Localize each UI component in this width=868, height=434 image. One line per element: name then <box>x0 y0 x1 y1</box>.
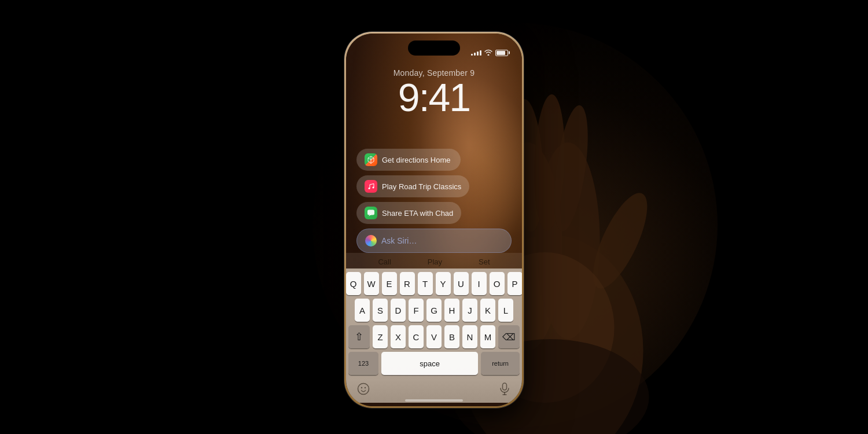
signal-bars-icon <box>471 50 481 56</box>
key-n[interactable]: N <box>462 325 477 348</box>
svg-point-5 <box>532 94 567 231</box>
key-k[interactable]: K <box>480 299 495 322</box>
siri-input-bar[interactable]: Ask Siri… <box>356 229 512 253</box>
key-h[interactable]: H <box>444 299 459 322</box>
key-f[interactable]: F <box>409 299 424 322</box>
key-shift[interactable]: ⇧ <box>348 325 370 348</box>
phone-wrapper: Monday, September 9 9:41 Get directions … <box>344 32 524 408</box>
key-o[interactable]: O <box>490 272 505 295</box>
siri-placeholder-text: Ask Siri… <box>381 236 503 245</box>
key-c[interactable]: C <box>409 325 424 348</box>
svg-point-15 <box>365 387 366 388</box>
suggestion-eta-text: Share ETA with Chad <box>382 209 453 218</box>
key-p[interactable]: P <box>507 272 523 295</box>
key-return[interactable]: return <box>481 352 520 375</box>
svg-point-6 <box>548 104 594 234</box>
key-b[interactable]: B <box>444 325 459 348</box>
scene: Monday, September 9 9:41 Get directions … <box>0 0 868 434</box>
emoji-icon[interactable] <box>353 378 374 399</box>
mic-icon[interactable] <box>494 378 515 399</box>
key-s[interactable]: S <box>373 299 388 322</box>
keyboard-shortcuts-row: Call Play Set <box>346 253 522 269</box>
key-g[interactable]: G <box>426 299 442 322</box>
svg-point-2 <box>536 142 600 339</box>
keyboard-row-1: Q W E R T Y U I O P <box>348 272 520 295</box>
battery-icon <box>495 50 508 56</box>
key-123[interactable]: 123 <box>348 352 378 375</box>
shortcut-call[interactable]: Call <box>378 258 391 266</box>
dynamic-island <box>408 41 460 56</box>
svg-point-7 <box>582 186 657 295</box>
key-e[interactable]: E <box>382 272 397 295</box>
key-z[interactable]: Z <box>373 325 388 348</box>
keyboard-row-4: 123 space return <box>348 352 520 375</box>
suggestion-messages[interactable]: Share ETA with Chad <box>356 202 461 224</box>
key-d[interactable]: D <box>391 299 406 322</box>
home-indicator <box>405 399 463 402</box>
wifi-icon <box>484 49 492 57</box>
keyboard-row-2: A S D F G H J K L <box>348 299 520 322</box>
key-v[interactable]: V <box>426 325 442 348</box>
svg-point-11 <box>373 187 374 189</box>
lock-datetime: Monday, September 9 9:41 <box>346 64 522 117</box>
svg-point-14 <box>361 387 362 388</box>
key-t[interactable]: T <box>418 272 433 295</box>
suggestion-directions-text: Get directions Home <box>382 156 451 164</box>
suggestion-music[interactable]: Play Road Trip Classics <box>356 175 469 197</box>
keyboard: Q W E R T Y U I O P A S <box>346 269 522 403</box>
key-m[interactable]: M <box>480 325 495 348</box>
siri-input-area: Ask Siri… <box>346 229 522 253</box>
key-i[interactable]: I <box>472 272 487 295</box>
siri-suggestions: Get directions Home Play Road Trip Class… <box>346 149 522 224</box>
messages-app-icon <box>365 207 377 219</box>
key-w[interactable]: W <box>364 272 379 295</box>
key-l[interactable]: L <box>498 299 513 322</box>
lock-time: 9:41 <box>346 78 522 117</box>
music-app-icon <box>365 180 377 193</box>
key-j[interactable]: J <box>462 299 477 322</box>
key-x[interactable]: X <box>391 325 406 348</box>
key-q[interactable]: Q <box>346 272 361 295</box>
key-u[interactable]: U <box>454 272 469 295</box>
key-space[interactable]: space <box>381 352 478 375</box>
svg-rect-12 <box>367 210 374 215</box>
svg-rect-16 <box>503 383 507 390</box>
svg-point-13 <box>358 384 369 395</box>
maps-app-icon <box>365 153 377 166</box>
key-y[interactable]: Y <box>436 272 451 295</box>
shortcut-play[interactable]: Play <box>428 258 442 266</box>
key-r[interactable]: R <box>400 272 415 295</box>
suggestion-music-text: Play Road Trip Classics <box>382 182 461 191</box>
iphone-screen: Monday, September 9 9:41 Get directions … <box>346 34 522 406</box>
key-delete[interactable]: ⌫ <box>498 325 520 348</box>
keyboard-row-3: ⇧ Z X C V B N M ⌫ <box>348 325 520 348</box>
svg-point-10 <box>369 187 370 189</box>
suggestion-directions[interactable]: Get directions Home <box>356 149 461 171</box>
shortcut-set[interactable]: Set <box>479 258 490 266</box>
siri-orb-icon <box>365 235 377 247</box>
iphone-frame: Monday, September 9 9:41 Get directions … <box>344 32 524 408</box>
key-a[interactable]: A <box>355 299 370 322</box>
